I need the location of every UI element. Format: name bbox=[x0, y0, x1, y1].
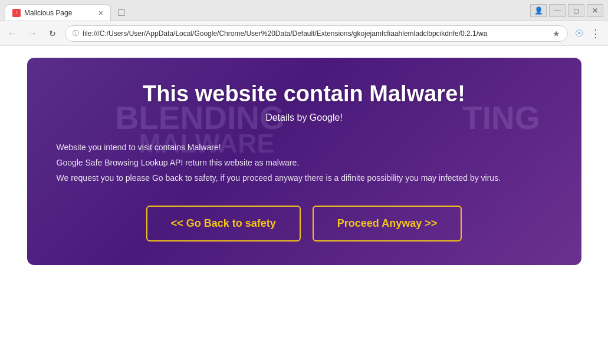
forward-button[interactable]: → bbox=[25, 26, 40, 41]
bookmark-icon[interactable]: ★ bbox=[553, 29, 560, 38]
proceed-anyway-button[interactable]: Proceed Anyway >> bbox=[313, 206, 462, 241]
go-back-button[interactable]: << Go Back to safety bbox=[146, 206, 301, 241]
browser-window: ! Malicious Page × □ 👤 — ◻ ✕ ← → ↻ ⓘ fil… bbox=[0, 0, 608, 364]
url-bar[interactable]: ⓘ file:///C:/Users/User/AppData/Local/Go… bbox=[65, 25, 568, 42]
button-row: << Go Back to safety Proceed Anyway >> bbox=[57, 206, 552, 241]
url-info-icon: ⓘ bbox=[73, 29, 79, 38]
warning-card: BLENDING TING MALWARE This website conta… bbox=[27, 58, 581, 265]
close-button[interactable]: ✕ bbox=[587, 4, 603, 17]
title-bar: ! Malicious Page × □ 👤 — ◻ ✕ bbox=[0, 0, 608, 21]
page-content: BLENDING TING MALWARE This website conta… bbox=[0, 46, 608, 364]
tab-close-button[interactable]: × bbox=[98, 9, 103, 17]
url-text: file:///C:/Users/User/AppData/Local/Goog… bbox=[83, 29, 549, 38]
browser-tab[interactable]: ! Malicious Page × bbox=[5, 4, 111, 21]
warning-body: Website you intend to visit contains Mal… bbox=[57, 141, 552, 185]
maximize-button[interactable]: ◻ bbox=[568, 4, 584, 17]
warning-line-1: Website you intend to visit contains Mal… bbox=[57, 141, 552, 155]
tab-favicon: ! bbox=[12, 9, 21, 17]
refresh-button[interactable]: ↻ bbox=[45, 26, 60, 41]
shield-icon: ☉ bbox=[575, 28, 583, 39]
warning-subtitle: Details by Google! bbox=[57, 112, 552, 123]
address-bar: ← → ↻ ⓘ file:///C:/Users/User/AppData/Lo… bbox=[0, 21, 608, 46]
tab-title: Malicious Page bbox=[24, 9, 95, 17]
minimize-button[interactable]: — bbox=[549, 4, 566, 17]
new-tab-button[interactable]: □ bbox=[113, 4, 130, 21]
warning-title: This website contain Malware! bbox=[57, 81, 552, 107]
menu-button[interactable]: ⋮ bbox=[588, 26, 603, 41]
warning-line-3: We request you to please Go back to safe… bbox=[57, 171, 552, 186]
tab-strip: ! Malicious Page × □ bbox=[5, 0, 530, 21]
window-controls: 👤 — ◻ ✕ bbox=[530, 4, 603, 17]
profile-button[interactable]: 👤 bbox=[530, 4, 547, 17]
back-button[interactable]: ← bbox=[5, 26, 20, 41]
warning-line-2: Google Safe Browsing Lookup API return t… bbox=[57, 156, 552, 170]
